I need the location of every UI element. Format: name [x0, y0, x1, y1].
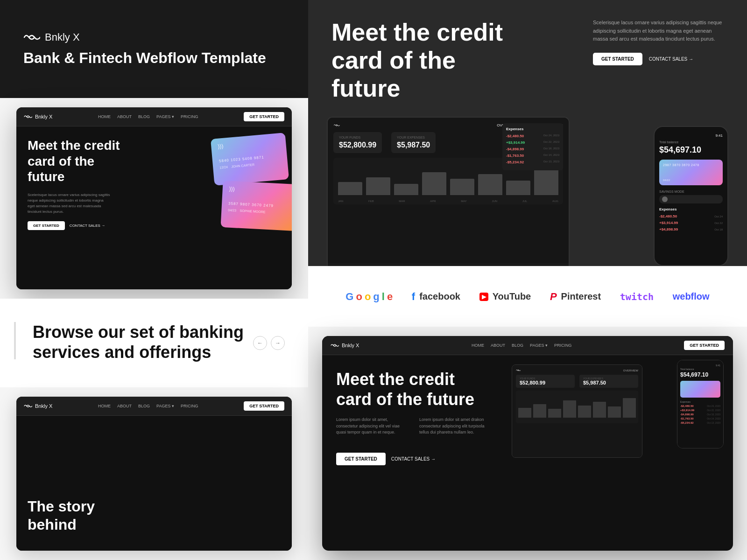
hero-subtitle-1: Scelerisque lacus ornare varius adipisci… — [28, 192, 112, 215]
youtube-text: YouTube — [493, 291, 531, 302]
expense-item-1: -$2,480.50 Oct 24, 2023 — [506, 134, 559, 138]
card-wifi-icon-1: ))) — [218, 138, 280, 149]
mini-bar-chart — [516, 391, 638, 423]
card-name-1: JOHN CARTER — [231, 163, 254, 168]
mini-phone-time: 9:41 — [680, 364, 720, 367]
browser-nav-2: Bnkly X HOME ABOUT BLOG PAGES ▾ PRICING … — [16, 397, 292, 416]
brand-name: Bnkly X — [45, 31, 80, 43]
services-text-area: Browse our set of banking services and o… — [23, 322, 285, 362]
bar-may — [450, 179, 474, 195]
expense-item-5: -$5,234.92 Oct 13, 2023 — [506, 160, 559, 164]
twitch-logo: twitch — [620, 291, 654, 302]
bottom-nav-logo-text: Bnkly X — [342, 343, 359, 348]
mini-exp-1: -$2,480.50 — [680, 405, 694, 407]
phone-expense-3: +$4,898.99 Oct 18 — [659, 227, 723, 231]
bottom-cta-secondary[interactable]: CONTACT SALES → — [391, 456, 436, 462]
phone-card-date: 04/22 — [663, 179, 719, 182]
phone-exp-3: +$4,898.99 — [659, 227, 678, 231]
brand-tagline: Bank & Fintech Webflow Template — [23, 49, 285, 67]
cta-contact-sales[interactable]: CONTACT SALES → — [649, 56, 693, 62]
mini-bar-4 — [563, 400, 576, 418]
webflow-text: webflow — [673, 291, 710, 302]
exp-date-1: Oct 24, 2023 — [543, 134, 559, 138]
dashboard-mockup-container: OVERVIEW CARDS PAYMENTS YOUR FUNDS $52,8… — [327, 89, 747, 266]
nav-home: HOME — [98, 114, 111, 119]
exp-amount-3: -$4,898.99 — [506, 147, 524, 151]
toggle-circle — [662, 196, 668, 202]
bottom-hero-left: Meet the credit card of the future Lorem… — [322, 355, 507, 551]
label-apr: APR — [430, 200, 436, 203]
expense-item-2: +$3,914.99 Oct 22, 2023 — [506, 140, 559, 145]
nav-blog: BLOG — [138, 114, 150, 119]
bottom-desc-cols: Lorem ipsum dolor sit amet, consectetur … — [336, 417, 493, 445]
browser-logo-1: Bnkly X — [24, 114, 52, 119]
google-logo: Google — [345, 291, 393, 303]
credit-cards-container: ))) 5840 1023 5408 9871 12/24 JOHN CARTE… — [194, 136, 292, 266]
dash-logo — [333, 123, 340, 127]
cta-get-started[interactable]: GET STARTED — [593, 53, 642, 65]
top-right-panel: Meet the credit card of the future Scele… — [308, 0, 747, 266]
card-date-2: 04/23 — [228, 209, 236, 212]
mini-bar-7 — [608, 406, 621, 418]
browser-nav-cta-2[interactable]: GET STARTED — [244, 401, 284, 411]
bar-aug — [534, 169, 558, 195]
bottom-browser-cta[interactable]: GET STARTED — [684, 341, 725, 350]
card-date-1: 12/24 — [219, 165, 228, 169]
pinterest-logo: P Pinterest — [550, 291, 601, 303]
bar-mar — [394, 184, 418, 196]
next-arrow[interactable]: → — [271, 336, 285, 350]
brand-logos-section: Google f facebook ▶ YouTube P Pinterest … — [308, 266, 747, 327]
card-name-2: SOPHIE MOORE — [240, 209, 266, 214]
nav-links-1: HOME ABOUT BLOG PAGES ▾ PRICING — [98, 114, 198, 119]
exp-date-4: Oct 14, 2023 — [543, 154, 559, 158]
carousel-arrows: ← → — [253, 336, 285, 350]
savings-toggle[interactable] — [659, 195, 723, 203]
nav-about: ABOUT — [117, 114, 132, 119]
accent-bar — [14, 322, 16, 359]
funds-label: YOUR FUNDS — [339, 136, 376, 139]
bnav-home: HOME — [472, 343, 484, 348]
bnav-about: ABOUT — [491, 343, 505, 348]
hero-headline-1: Meet the credit card of the future — [28, 138, 121, 185]
mini-dash-header: OVERVIEW — [516, 369, 638, 372]
mini-overview-tab: OVERVIEW — [623, 369, 638, 372]
bottom-right-panel: Bnkly X HOME ABOUT BLOG PAGES ▾ PRICING … — [308, 327, 747, 560]
mini-exp-date-5: Oct 13, 2023 — [707, 421, 720, 424]
hero-cta-primary-1[interactable]: GET STARTED — [28, 221, 65, 230]
chart-and-sidebar: JAN FEB MAR APR MAY JUN JUL AUG — [333, 158, 563, 204]
bottom-desc-2: Lorem ipsum dolor sit amet drakon consec… — [419, 417, 493, 436]
nav2-pages: PAGES ▾ — [156, 404, 174, 408]
hero-cta-secondary-1[interactable]: CONTACT SALES → — [70, 224, 105, 228]
phone-balance-label: Total balance — [659, 140, 723, 144]
nav2-about: ABOUT — [117, 404, 132, 408]
mini-bar-5 — [578, 406, 591, 418]
bar-jan — [338, 182, 362, 195]
mini-exp-date-2: Oct 22, 2023 — [707, 409, 720, 412]
browser-content-2: The story behind — [16, 416, 292, 551]
bar-apr — [422, 172, 446, 195]
card-info-2: 04/23 SOPHIE MOORE — [228, 209, 289, 215]
stat-expenses: YOUR EXPENSES $5,987.50 — [391, 132, 436, 153]
savings-mode-label: SAVINGS MODE — [659, 190, 723, 193]
bottom-cta-primary[interactable]: GET STARTED — [336, 453, 386, 465]
nav2-blog: BLOG — [138, 404, 150, 408]
facebook-text: facebook — [419, 291, 460, 302]
top-right-buttons: GET STARTED CONTACT SALES → — [593, 53, 724, 65]
mini-exp-2: +$3,914.99 — [680, 409, 694, 412]
exp-date-2: Oct 22, 2023 — [543, 140, 559, 145]
phone-screen: 9:41 Total balance $54,697.10 2987 3870 … — [655, 127, 727, 265]
browser-nav-cta-1[interactable]: GET STARTED — [244, 112, 284, 121]
mini-exp-item-4: -$1,763.50 Oct 14, 2023 — [680, 417, 720, 420]
phone-card-visual: 2987 3870 3670 2478 04/22 — [659, 160, 723, 185]
prev-arrow[interactable]: ← — [253, 336, 267, 350]
browser-window-2: Bnkly X HOME ABOUT BLOG PAGES ▾ PRICING … — [16, 397, 292, 551]
youtube-logo: ▶ YouTube — [479, 291, 531, 302]
mini-card-visual — [680, 381, 720, 398]
exp-date-3: Oct 18, 2023 — [543, 147, 559, 151]
nav2-home: HOME — [98, 404, 111, 408]
expenses-value: $5,987.50 — [397, 141, 430, 149]
exp-amount-2: +$3,914.99 — [506, 140, 525, 145]
card-number-2: 3587 9807 3670 2479 — [228, 202, 290, 209]
nav-logo-text: Bnkly X — [35, 114, 52, 119]
mini-bar-3 — [548, 409, 561, 418]
